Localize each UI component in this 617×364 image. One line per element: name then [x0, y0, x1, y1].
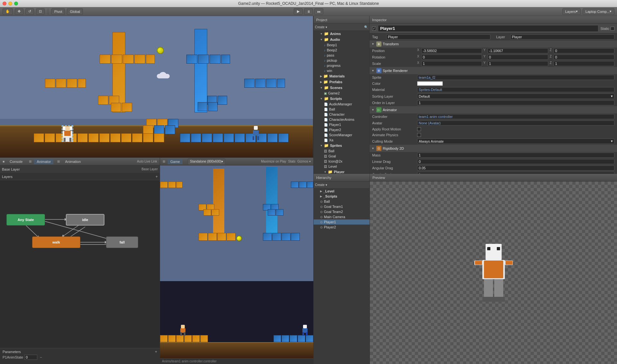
folder-scripts[interactable]: ▼📁Scripts [314, 96, 369, 102]
folder-player-sprites[interactable]: ▼📁Player [314, 169, 369, 173]
game-gizmos-button[interactable]: Gizmos ▾ [297, 160, 311, 163]
hierarchy-player1[interactable]: ⊙Player1 [314, 219, 370, 225]
scale-x[interactable] [421, 61, 482, 66]
item-character-script[interactable]: 📄Character [314, 112, 369, 117]
item-player1-script[interactable]: 📄Player1 [314, 122, 369, 127]
item-ball-sprite[interactable]: 🖼Ball [314, 148, 369, 154]
item-ball-script[interactable]: 📄Ball [314, 107, 369, 112]
obj-name-input[interactable] [378, 25, 598, 32]
move-button[interactable]: ✥ [15, 8, 23, 15]
window-controls[interactable] [3, 2, 18, 5]
item-xa-script[interactable]: 📄Xa [314, 138, 369, 143]
item-player2-script[interactable]: 📄Player2 [314, 127, 369, 132]
step-button[interactable]: ⏭ [314, 8, 323, 15]
item-pass[interactable]: ♪pass [314, 53, 369, 58]
minimize-button[interactable] [8, 2, 12, 5]
resolution-button[interactable]: Standalone (800x600) ▾ [188, 158, 225, 165]
layers-button[interactable]: Layers ▾ [562, 8, 581, 15]
rot-z[interactable] [553, 55, 614, 60]
hierarchy-ball[interactable]: ⊙Ball [314, 199, 370, 204]
hierarchy-create[interactable]: Create ▾ [315, 183, 327, 187]
maximize-button[interactable] [14, 2, 18, 5]
item-beep2[interactable]: ♪Beep2 [314, 48, 369, 53]
item-progress[interactable]: ♪progress [314, 63, 369, 68]
hierarchy-goal-team1[interactable]: ⊙Goal Team1 [314, 204, 370, 209]
item-goal-sprite[interactable]: 🖼Goal [314, 154, 369, 159]
add-param-button[interactable]: + [155, 350, 157, 354]
rot-y[interactable] [487, 55, 549, 60]
sprite-value[interactable]: team1a_f2 [417, 75, 614, 80]
scale-z[interactable] [553, 61, 614, 66]
linear-drag-value[interactable] [417, 159, 614, 164]
hierarchy-main-camera[interactable]: ⊙Main Camera [314, 214, 370, 219]
tag-value[interactable]: Player [386, 34, 490, 40]
obj-active-checkbox[interactable] [372, 27, 376, 31]
p1animstate-minus[interactable]: − [40, 355, 42, 359]
global-button[interactable]: Global [67, 8, 83, 15]
pivot-button[interactable]: Pivot [51, 8, 65, 15]
layer-value[interactable]: Player [510, 34, 614, 40]
static-toggle[interactable] [611, 27, 614, 31]
tools-button[interactable]: ✋ [3, 8, 13, 15]
material-value[interactable]: Sprites-Default [417, 87, 614, 92]
item-icon2x[interactable]: 🖼Icon@2x [314, 159, 369, 164]
pos-x[interactable] [421, 48, 482, 53]
avatar-value[interactable]: None (Avatar) [417, 120, 614, 126]
hierarchy-scripts[interactable]: ▶_Scripts [314, 194, 370, 199]
item-level-sprite[interactable]: 🖼Level [314, 164, 369, 169]
animate-physics-checkbox[interactable] [417, 133, 421, 137]
stats-button[interactable]: Stats [288, 160, 296, 163]
sorting-layer-value[interactable]: Default ▾ [417, 93, 614, 99]
game-viewport[interactable] [160, 165, 313, 358]
rigidbody2d-header[interactable]: ▼ ⊡ Rigidbody 2D [370, 145, 617, 152]
p1animstate-input[interactable] [24, 355, 37, 360]
hierarchy-tab[interactable]: Hierarchy [316, 176, 331, 180]
scale-button[interactable]: ⊡ [36, 8, 45, 15]
culling-mode-value[interactable]: Always Animate ▾ [417, 138, 614, 144]
order-in-layer-value[interactable] [417, 100, 614, 105]
item-characteranims-script[interactable]: 📄CharacterAnims [314, 117, 369, 122]
create-button[interactable]: Create ▾ [315, 25, 327, 29]
animator-content[interactable]: Any State idle walk fall [0, 180, 160, 348]
tab-console[interactable]: Console [7, 159, 25, 164]
item-pickup[interactable]: ♪pickup [314, 58, 369, 63]
mass-value[interactable] [417, 153, 614, 158]
add-layer-button[interactable]: + [156, 174, 158, 179]
tab-animation[interactable]: Animation [62, 159, 83, 164]
item-game2[interactable]: ▣Game2 [314, 91, 369, 96]
controller-value[interactable]: team1 anim controller [417, 114, 614, 119]
folder-audio[interactable]: ▼📁Audio [314, 37, 369, 42]
folder-sprites[interactable]: ▼📁Sprites [314, 143, 369, 148]
folder-anims[interactable]: ▼📁Anims [314, 31, 369, 37]
rotate-button[interactable]: ↺ [25, 8, 34, 15]
play-button[interactable]: ▶ [294, 8, 303, 15]
item-audiomanager[interactable]: 📄AudioManager [314, 102, 369, 107]
color-swatch[interactable] [417, 81, 443, 86]
state-any[interactable]: Any State [6, 214, 45, 226]
sprite-renderer-header[interactable]: ▼ ⊞ Sprite Renderer [370, 67, 617, 74]
folder-materials[interactable]: ▶📁Materials [314, 73, 369, 79]
hierarchy-level[interactable]: ▶_Level [314, 189, 370, 194]
apply-root-motion-checkbox[interactable] [417, 127, 421, 131]
pause-button[interactable]: ⏸ [304, 8, 313, 15]
tab-animator[interactable]: Animator [34, 159, 53, 164]
auto-live-link[interactable]: Auto Live Link [137, 160, 157, 163]
rot-x[interactable] [421, 55, 482, 60]
item-win[interactable]: ♪win [314, 68, 369, 73]
scene-viewport[interactable] [0, 16, 313, 157]
maximize-on-play[interactable]: Maximize on Play [261, 160, 286, 163]
pos-y[interactable] [487, 48, 549, 53]
state-fall[interactable]: fall [106, 236, 138, 248]
hierarchy-goal-team2[interactable]: ⊙Goal Team2 [314, 209, 370, 214]
scale-y[interactable] [487, 61, 549, 66]
tab-game[interactable]: Game [168, 159, 183, 164]
close-button[interactable] [3, 2, 6, 5]
layout-button[interactable]: Laptop Comp... ▾ [583, 8, 614, 15]
inspector-tab[interactable]: Inspector [372, 18, 387, 22]
pos-z[interactable] [553, 48, 614, 53]
project-tab[interactable]: Project [316, 18, 327, 22]
folder-prefabs[interactable]: ▶📁Prefabs [314, 79, 369, 85]
animator-comp-header[interactable]: ▼ ▷ Animator [370, 106, 617, 113]
transform-header[interactable]: ▼ ⊕ Transform [370, 40, 617, 48]
state-walk[interactable]: walk [32, 236, 80, 248]
